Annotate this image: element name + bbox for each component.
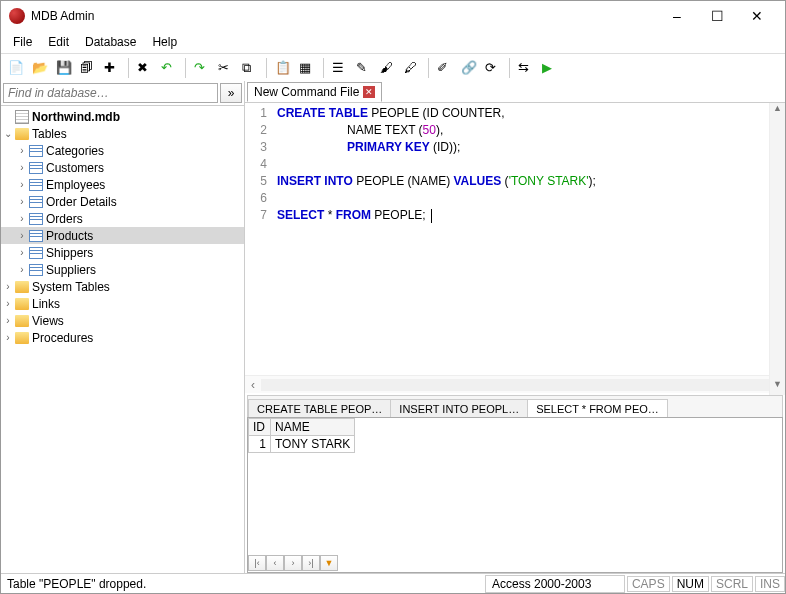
result-tab-2[interactable]: SELECT * FROM PEO…: [527, 399, 668, 418]
new-db-button[interactable]: ✚: [101, 57, 123, 79]
nav-prev-button[interactable]: ‹: [266, 555, 284, 571]
database-tree[interactable]: Northwind.mdb⌄Tables›Categories›Customer…: [1, 106, 244, 573]
toolbar: 📄📂💾🗐✚✖↶↷✂⧉📋▦☰✎🖌🖊✐🔗⟳⇆▶: [1, 53, 785, 81]
system-tables-node[interactable]: ›System Tables: [1, 278, 244, 295]
redo-button[interactable]: ↷: [191, 57, 213, 79]
menu-help[interactable]: Help: [144, 33, 185, 51]
num-indicator: NUM: [672, 576, 709, 592]
form-button[interactable]: ☰: [329, 57, 351, 79]
wand2-button[interactable]: 🖌: [377, 57, 399, 79]
result-tab-bar: CREATE TABLE PEOP…INSERT INTO PEOPL…SELE…: [247, 395, 783, 417]
sql-editor[interactable]: 1234567 CREATE TABLE PEOPLE (ID COUNTER,…: [245, 103, 785, 375]
wand4-button[interactable]: ✐: [434, 57, 456, 79]
sync-button[interactable]: ⇆: [515, 57, 537, 79]
scrl-indicator: SCRL: [711, 576, 753, 592]
col-name[interactable]: NAME: [271, 419, 355, 436]
nav-last-button[interactable]: ›|: [302, 555, 320, 571]
db-node[interactable]: Northwind.mdb: [1, 108, 244, 125]
procedures-node[interactable]: ›Procedures: [1, 329, 244, 346]
copy-button[interactable]: ⧉: [239, 57, 261, 79]
editor-vscrollbar[interactable]: ▲ ▼: [769, 103, 785, 395]
col-id[interactable]: ID: [249, 419, 271, 436]
query-button[interactable]: ▦: [296, 57, 318, 79]
cut-button[interactable]: ✂: [215, 57, 237, 79]
save-button[interactable]: 💾: [53, 57, 75, 79]
result-tab-1[interactable]: INSERT INTO PEOPL…: [390, 399, 528, 418]
menu-edit[interactable]: Edit: [40, 33, 77, 51]
app-icon: [9, 8, 25, 24]
table-order-details[interactable]: ›Order Details: [1, 193, 244, 210]
code-area[interactable]: CREATE TABLE PEOPLE (ID COUNTER, NAME TE…: [273, 103, 785, 375]
result-grid[interactable]: IDNAME1TONY STARK |‹ ‹ › ›| ▼: [247, 417, 783, 573]
wand3-button[interactable]: 🖊: [401, 57, 423, 79]
scroll-up-icon[interactable]: ▲: [770, 103, 785, 119]
menu-database[interactable]: Database: [77, 33, 144, 51]
undo-button[interactable]: ↶: [158, 57, 180, 79]
refresh-button[interactable]: ⟳: [482, 57, 504, 79]
del-db-button[interactable]: ✖: [134, 57, 156, 79]
links-node[interactable]: ›Links: [1, 295, 244, 312]
editor-tab[interactable]: New Command File ✕: [247, 82, 382, 102]
minimize-button[interactable]: –: [657, 2, 697, 30]
ins-indicator: INS: [755, 576, 785, 592]
table-products[interactable]: ›Products: [1, 227, 244, 244]
copy-db-button[interactable]: 🗐: [77, 57, 99, 79]
result-tab-0[interactable]: CREATE TABLE PEOP…: [248, 399, 391, 418]
scroll-down-icon[interactable]: ▼: [770, 379, 785, 395]
nav-first-button[interactable]: |‹: [248, 555, 266, 571]
menu-file[interactable]: File: [5, 33, 40, 51]
search-input[interactable]: [3, 83, 218, 103]
paste-button[interactable]: 📋: [272, 57, 294, 79]
run-button[interactable]: ▶: [539, 57, 561, 79]
window-title: MDB Admin: [31, 9, 657, 23]
caps-indicator: CAPS: [627, 576, 670, 592]
wand1-button[interactable]: ✎: [353, 57, 375, 79]
table-customers[interactable]: ›Customers: [1, 159, 244, 176]
table-shippers[interactable]: ›Shippers: [1, 244, 244, 261]
status-message: Table "PEOPLE" dropped.: [1, 575, 152, 593]
table-suppliers[interactable]: ›Suppliers: [1, 261, 244, 278]
record-navigator: |‹ ‹ › ›| ▼: [248, 554, 338, 572]
new-button[interactable]: 📄: [5, 57, 27, 79]
scroll-left-icon[interactable]: ‹: [245, 378, 261, 392]
editor-tab-bar: New Command File ✕: [245, 81, 785, 103]
nav-filter-button[interactable]: ▼: [320, 555, 338, 571]
table-categories[interactable]: ›Categories: [1, 142, 244, 159]
close-tab-icon[interactable]: ✕: [363, 86, 375, 98]
maximize-button[interactable]: ☐: [697, 2, 737, 30]
sidebar: » Northwind.mdb⌄Tables›Categories›Custom…: [1, 81, 245, 573]
editor-hscrollbar[interactable]: ‹ ›: [245, 375, 785, 393]
link-button[interactable]: 🔗: [458, 57, 480, 79]
views-node[interactable]: ›Views: [1, 312, 244, 329]
open-button[interactable]: 📂: [29, 57, 51, 79]
status-db-format: Access 2000-2003: [485, 575, 625, 593]
nav-next-button[interactable]: ›: [284, 555, 302, 571]
table-employees[interactable]: ›Employees: [1, 176, 244, 193]
table-orders[interactable]: ›Orders: [1, 210, 244, 227]
search-go-button[interactable]: »: [220, 83, 242, 103]
menu-bar: File Edit Database Help: [1, 31, 785, 53]
editor-tab-label: New Command File: [254, 85, 359, 99]
status-bar: Table "PEOPLE" dropped. Access 2000-2003…: [1, 573, 785, 593]
close-button[interactable]: ✕: [737, 2, 777, 30]
table-row[interactable]: 1TONY STARK: [249, 436, 355, 453]
line-number-gutter: 1234567: [245, 103, 273, 375]
title-bar: MDB Admin – ☐ ✕: [1, 1, 785, 31]
tables-node[interactable]: ⌄Tables: [1, 125, 244, 142]
